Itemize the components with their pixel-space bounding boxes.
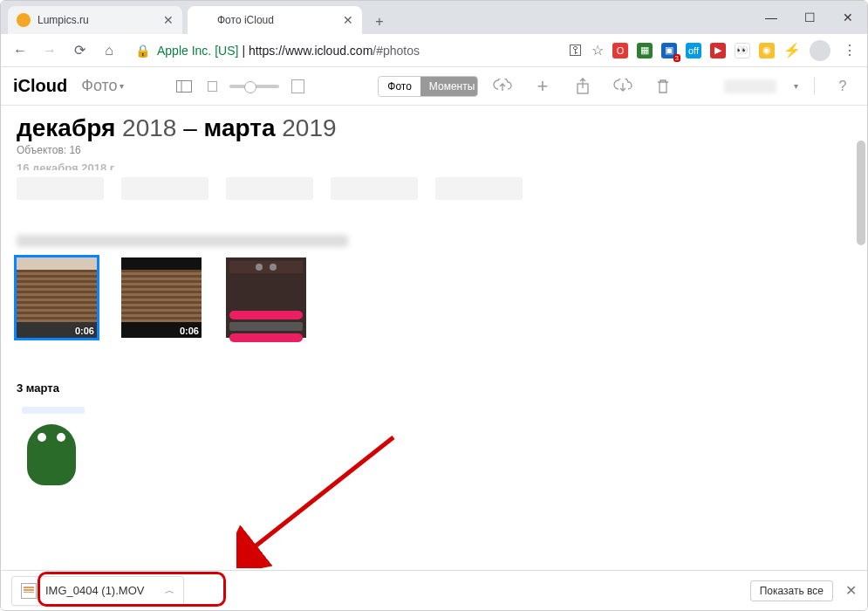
back-button[interactable]: ←: [8, 38, 32, 63]
show-all-downloads-button[interactable]: Показать все: [750, 580, 833, 601]
video-duration: 0:06: [180, 326, 199, 336]
profile-avatar[interactable]: [810, 40, 830, 61]
trash-icon[interactable]: [651, 74, 675, 99]
new-tab-button[interactable]: +: [367, 10, 392, 34]
extension-icon[interactable]: 👀: [735, 43, 750, 58]
svg-rect-0: [176, 80, 191, 92]
close-tab-icon[interactable]: ✕: [154, 13, 174, 27]
browser-toolbar: ← → ⟳ ⌂ 🔒 Apple Inc. [US] | https://www.…: [1, 34, 867, 67]
file-icon: [21, 583, 37, 599]
location-label-blurred: [17, 235, 348, 247]
chevron-down-icon[interactable]: ▾: [794, 81, 798, 91]
add-icon[interactable]: +: [530, 74, 555, 99]
view-segmented-control[interactable]: Фото Моменты: [378, 76, 478, 97]
window-controls: — ☐ ✕: [752, 1, 867, 34]
toolbar-right: ⚿ ☆ O ▦ ▣3 off ▶ 👀 ◉ ⚡ ⋮: [569, 40, 860, 61]
extension-icon[interactable]: O: [612, 43, 628, 58]
tab-title: Lumpics.ru: [38, 14, 89, 26]
browser-tab-lumpics[interactable]: Lumpics.ru ✕: [8, 6, 182, 34]
photo-thumbnail[interactable]: [17, 402, 90, 485]
video-thumbnail[interactable]: 0:06: [121, 257, 202, 338]
video-duration: 0:06: [75, 326, 94, 336]
placeholder-row: [17, 177, 851, 200]
extension-icon[interactable]: off: [686, 43, 701, 58]
extension-icon[interactable]: ▶: [710, 43, 726, 58]
forward-button[interactable]: →: [38, 38, 62, 63]
object-count: Объектов: 16: [17, 144, 851, 156]
upload-icon[interactable]: [490, 74, 515, 99]
ev-cert-label: Apple Inc. [US]: [157, 44, 238, 58]
extension-icon[interactable]: ◉: [759, 43, 775, 58]
close-tab-icon[interactable]: ✕: [334, 13, 353, 27]
username-label: [724, 79, 776, 93]
section-switcher[interactable]: Фото ▾: [79, 77, 123, 95]
zoom-slider[interactable]: [229, 85, 278, 88]
chevron-down-icon: ▾: [120, 81, 124, 91]
browser-menu-button[interactable]: ⋮: [839, 42, 860, 58]
browser-tab-icloud[interactable]: Фото iCloud ✕: [188, 6, 362, 34]
browser-tab-bar: Lumpics.ru ✕ Фото iCloud ✕ +: [1, 1, 867, 34]
share-icon[interactable]: [571, 74, 595, 99]
downloads-bar: IMG_0404 (1).MOV ︿ Показать все ✕: [1, 570, 867, 610]
download-icon[interactable]: [611, 74, 635, 99]
icloud-brand[interactable]: iCloud: [13, 76, 67, 96]
photo-thumbnail[interactable]: [226, 257, 306, 338]
page-title: декабря 2018 – марта 2019: [17, 114, 851, 142]
favicon-icon: [17, 13, 31, 27]
section-label: Фото: [81, 77, 117, 95]
sidebar-toggle-icon[interactable]: [173, 74, 195, 99]
minimize-button[interactable]: —: [752, 1, 790, 34]
thumbnail-row: 0:06 0:06: [17, 257, 851, 338]
tab-title: Фото iCloud: [217, 14, 274, 26]
photo-grid-content: декабря 2018 – марта 2019 Объектов: 16 1…: [1, 106, 867, 570]
address-bar[interactable]: 🔒 Apple Inc. [US] | https://www.icloud.c…: [126, 38, 428, 63]
zoom-out-icon[interactable]: [208, 81, 217, 92]
key-icon[interactable]: ⚿: [569, 43, 583, 58]
reload-button[interactable]: ⟳: [67, 38, 92, 63]
maximize-button[interactable]: ☐: [790, 1, 829, 34]
home-button[interactable]: ⌂: [97, 38, 121, 63]
help-icon[interactable]: ?: [830, 74, 855, 99]
lock-icon: 🔒: [135, 44, 150, 58]
date-section-header: 3 марта: [17, 381, 851, 395]
icloud-toolbar: iCloud Фото ▾ Фото Моменты + ▾ ?: [1, 67, 867, 106]
close-downloads-bar-button[interactable]: ✕: [845, 582, 857, 599]
extension-icon[interactable]: ▣3: [661, 43, 677, 58]
video-thumbnail[interactable]: 0:06: [17, 257, 97, 338]
download-item[interactable]: IMG_0404 (1).MOV ︿: [11, 576, 184, 606]
scrollbar[interactable]: [857, 141, 865, 245]
chevron-up-icon[interactable]: ︿: [165, 584, 174, 597]
segment-photos[interactable]: Фото: [379, 77, 420, 96]
star-icon[interactable]: ☆: [591, 42, 604, 58]
extension-icon[interactable]: ⚡: [783, 42, 801, 58]
zoom-in-icon[interactable]: [291, 79, 304, 93]
segment-moments[interactable]: Моменты: [420, 77, 478, 96]
url-text: | https://www.icloud.com/#photos: [242, 44, 420, 58]
date-section-header: 16 декабря 2018 г.: [17, 161, 851, 170]
extension-icon[interactable]: ▦: [637, 43, 653, 58]
download-filename: IMG_0404 (1).MOV: [45, 584, 144, 597]
close-window-button[interactable]: ✕: [829, 1, 867, 34]
apple-icon: [196, 13, 210, 27]
